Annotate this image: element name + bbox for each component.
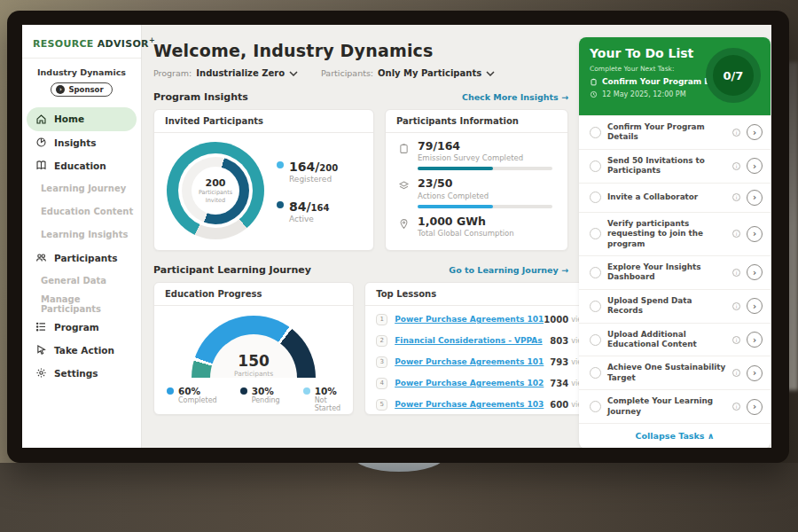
program-dropdown[interactable]: Program: Industrialize Zero	[153, 68, 298, 78]
sidebar-item-manage-participants[interactable]: Manage Participants	[22, 293, 141, 316]
participants-dropdown[interactable]: Participants: Only My Participants	[321, 68, 495, 78]
sidebar-item-learning-insights[interactable]: Learning Insights	[22, 223, 141, 246]
chevron-right-icon[interactable]: ›	[747, 264, 763, 280]
legend-item-active: 84/164 Active	[277, 198, 338, 223]
task-checkbox[interactable]	[590, 401, 601, 412]
legend-item-completed: 60% Completed	[167, 386, 217, 412]
task-checkbox[interactable]	[590, 228, 601, 239]
chevron-right-icon[interactable]: ›	[747, 226, 763, 242]
education-gauge-chart: 150 Participants	[192, 316, 316, 378]
sidebar-item-education-content[interactable]: Education Content	[22, 200, 141, 223]
collapse-tasks-link[interactable]: Collapse Tasks ∧	[579, 423, 771, 448]
info-icon: i	[732, 162, 740, 170]
card-title: Education Progress	[154, 283, 353, 306]
chevron-right-icon[interactable]: ›	[747, 190, 763, 206]
lesson-link[interactable]: Power Purchase Agreements 101	[395, 357, 550, 366]
task-checkbox[interactable]	[590, 127, 601, 138]
task-label: Achieve One Sustainability Target	[607, 363, 726, 383]
stat-value: 23/50	[418, 177, 552, 190]
task-row-invite-collaborator[interactable]: Invite a Collaborator i ›	[579, 183, 771, 212]
task-checkbox[interactable]	[590, 267, 601, 278]
task-row-upload-spend-data[interactable]: Upload Spend Data Records i ›	[579, 289, 771, 323]
sidebar-item-program[interactable]: Program	[22, 316, 141, 339]
chevron-down-icon	[486, 71, 495, 76]
info-icon: i	[732, 193, 740, 201]
sidebar-item-learning-journey[interactable]: Learning Journey	[22, 177, 141, 200]
task-label: Invite a Collaborator	[607, 192, 726, 202]
sidebar-item-label: Take Action	[54, 345, 114, 356]
task-label: Upload Additional Educational Content	[607, 330, 726, 350]
task-row-achieve-sustainability-target[interactable]: Achieve One Sustainability Target i ›	[579, 356, 771, 389]
task-label: Send 50 Invitations to Participants	[607, 156, 726, 176]
sidebar-item-general-data[interactable]: General Data	[22, 270, 141, 293]
todo-column: Your To Do List Complete Your Next Task:…	[579, 25, 771, 448]
task-checkbox[interactable]	[590, 192, 601, 203]
sidebar-item-label: Learning Insights	[41, 230, 128, 239]
app-window: RESOURCE ADVISOR+ Industry Dynamics › Sp…	[22, 25, 771, 448]
invited-donut-chart: 200 Participants Invited	[167, 142, 264, 239]
people-icon	[35, 252, 47, 263]
sidebar-item-take-action[interactable]: Take Action	[22, 339, 141, 362]
lesson-link[interactable]: Power Purchase Agreements 101	[395, 315, 544, 324]
participants-information-card: Participants Information 79/164 Emission…	[385, 109, 568, 251]
go-to-learning-journey-link[interactable]: Go to Learning Journey →	[449, 265, 568, 275]
sidebar-item-label: Home	[54, 113, 84, 124]
lesson-link[interactable]: Financial Considerations - VPPAs	[395, 336, 550, 345]
lesson-row: 1 Power Purchase Agreements 101 1000 vie…	[365, 309, 602, 330]
legend-value: 84/	[289, 200, 311, 214]
chevron-right-icon[interactable]: ›	[747, 124, 763, 140]
task-row-complete-learning-journey[interactable]: Complete Your Learning Journey i ›	[579, 389, 771, 423]
sidebar-item-education[interactable]: Education	[22, 154, 141, 177]
chevron-right-icon[interactable]: ›	[747, 332, 763, 348]
card-title: Top Lessons	[365, 283, 602, 306]
task-row-upload-educational-content[interactable]: Upload Additional Educational Content i …	[579, 323, 771, 356]
chevron-right-icon[interactable]: ›	[747, 365, 763, 381]
task-row-confirm-program[interactable]: Confirm Your Program Details i ›	[579, 115, 771, 149]
task-row-send-invitations[interactable]: Send 50 Invitations to Participants i ›	[579, 149, 771, 183]
lesson-link[interactable]: Power Purchase Agreements 102	[395, 379, 550, 387]
sidebar-item-label: Education Content	[41, 207, 133, 216]
sponsor-icon: ›	[56, 85, 65, 94]
program-insights-section-header: Program Insights Check More Insights →	[153, 91, 568, 103]
stat-value: 1,000 GWh	[418, 215, 514, 228]
book-icon	[35, 160, 47, 171]
chevron-right-icon[interactable]: ›	[747, 158, 763, 174]
task-label: Verify participants requesting to join t…	[607, 219, 726, 249]
check-more-insights-link[interactable]: Check More Insights →	[462, 92, 568, 102]
sidebar-item-label: Participants	[54, 253, 117, 263]
info-icon: i	[732, 403, 740, 411]
lesson-views: 734	[550, 379, 568, 388]
sidebar-item-insights[interactable]: Insights	[22, 131, 141, 154]
clipboard-icon	[398, 143, 410, 154]
legend-dot	[303, 387, 310, 395]
chevron-right-icon[interactable]: ›	[747, 399, 763, 415]
task-checkbox[interactable]	[590, 367, 601, 379]
stat-emission-survey: 79/164 Emission Survey Completed	[386, 133, 567, 170]
sidebar-item-participants[interactable]: Participants	[22, 246, 141, 270]
stat-label: Actions Completed	[418, 192, 552, 200]
task-checkbox[interactable]	[590, 160, 601, 172]
chevron-right-icon[interactable]: ›	[747, 298, 763, 314]
lesson-rank: 2	[376, 335, 387, 347]
lesson-views: 793	[550, 357, 568, 367]
lesson-row: 3 Power Purchase Agreements 101 793 view…	[365, 351, 602, 372]
lesson-row: 4 Power Purchase Agreements 102 734 view…	[365, 372, 602, 394]
chevron-down-icon	[289, 71, 298, 76]
desk-background	[0, 463, 798, 532]
todo-due-date: 12 May 2025, 12:00 PM	[602, 90, 686, 98]
legend-label: Registered	[289, 175, 338, 184]
info-icon: i	[732, 269, 740, 277]
task-checkbox[interactable]	[590, 334, 601, 346]
sponsor-badge[interactable]: › Sponsor	[51, 82, 112, 97]
task-row-verify-participants[interactable]: Verify participants requesting to join t…	[579, 212, 771, 255]
task-checkbox[interactable]	[590, 301, 601, 312]
task-row-explore-insights[interactable]: Explore Your Insights Dashboard i ›	[579, 255, 771, 289]
clock-icon	[590, 90, 598, 98]
sidebar-item-settings[interactable]: Settings	[22, 362, 141, 385]
legend-item-registered: 164/200 Registered	[277, 158, 338, 184]
sidebar-item-home[interactable]: Home	[27, 107, 137, 131]
clipboard-icon	[590, 78, 598, 86]
lesson-link[interactable]: Power Purchase Agreements 103	[395, 400, 550, 409]
progress-bar	[418, 167, 552, 170]
legend-dot	[277, 201, 284, 208]
